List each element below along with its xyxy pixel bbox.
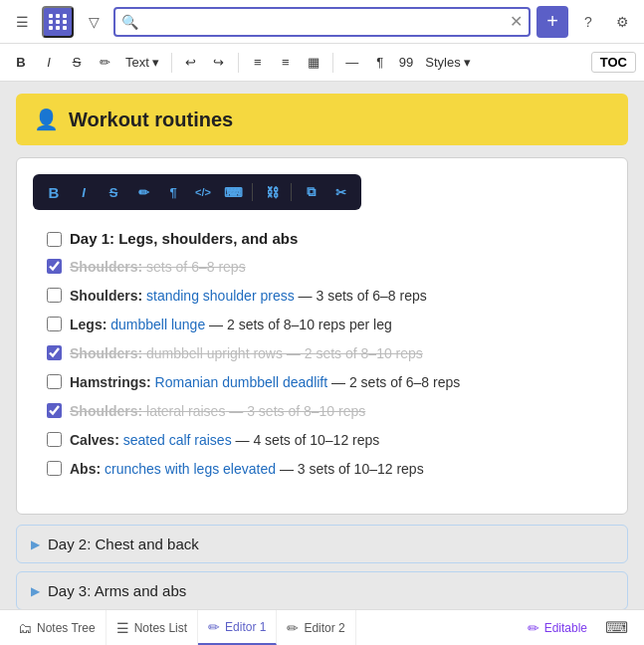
help-icon: ? xyxy=(584,14,592,30)
bullet-list-button[interactable]: ≡ xyxy=(245,50,271,76)
workout-routines-title: Workout routines xyxy=(69,108,233,131)
task-link-5[interactable]: Romanian dumbbell deadlift xyxy=(155,374,328,390)
separator-2 xyxy=(238,53,239,73)
paragraph-button[interactable]: ¶ xyxy=(367,50,393,76)
italic-button[interactable]: I xyxy=(36,50,62,76)
content-area: 👤 Workout routines B I S ✏ ¶ </> ⌨ ⛓ ⧉ ✂… xyxy=(0,82,644,609)
task-link-2[interactable]: standing shoulder press xyxy=(146,288,295,304)
editable-tab[interactable]: ✏ Editable xyxy=(518,610,597,645)
task-checkbox-5[interactable] xyxy=(47,374,62,389)
task-link-6[interactable]: lateral raises xyxy=(146,403,225,419)
text-style-arrow: ▾ xyxy=(152,55,159,70)
redo-button[interactable]: ↪ xyxy=(206,50,232,76)
mini-paragraph-button[interactable]: ¶ xyxy=(160,179,186,205)
styles-label: Styles xyxy=(425,55,460,70)
mini-link-button[interactable]: ⛓ xyxy=(259,179,285,205)
editor2-tab[interactable]: ✏ Editor 2 xyxy=(277,610,355,645)
day1-header[interactable]: Day 1: Legs, shoulders, and abs xyxy=(33,220,611,251)
line-count: 99 xyxy=(395,55,417,70)
editor2-label: Editor 2 xyxy=(304,621,344,635)
task-item: Hamstrings: Romanian dumbbell deadlift —… xyxy=(47,372,597,393)
keyboard-icon: ⌨ xyxy=(605,618,628,637)
task-checkbox-3[interactable] xyxy=(47,317,62,331)
task-label-1: Shoulders: xyxy=(70,259,142,275)
settings-icon: ⚙ xyxy=(616,14,629,30)
menu-button[interactable]: ☰ xyxy=(8,8,36,36)
task-link-3[interactable]: dumbbell lunge xyxy=(110,317,205,332)
top-toolbar: ☰ ▽ 🔍 workout ✕ + ? ⚙ xyxy=(0,0,644,44)
task-list: Shoulders: sets of 6–8 reps Shoulders: s… xyxy=(33,251,611,498)
menu-icon: ☰ xyxy=(16,14,29,30)
text-style-dropdown[interactable]: Text ▾ xyxy=(119,53,165,72)
mini-separator-1 xyxy=(252,183,253,201)
task-item: Calves: seated calf raises — 4 sets of 1… xyxy=(47,430,597,451)
day3-title: Day 3: Arms and abs xyxy=(48,582,186,599)
mini-pen-button[interactable]: ✏ xyxy=(130,179,156,205)
editable-label: Editable xyxy=(544,621,587,635)
task-link-4[interactable]: dumbbell upright rows xyxy=(146,345,283,361)
notes-list-tab[interactable]: ☰ Notes List xyxy=(107,610,198,645)
text-style-label: Text xyxy=(125,55,149,70)
task-item: Legs: dumbbell lunge — 2 sets of 8–10 re… xyxy=(47,315,597,335)
search-close-icon[interactable]: ✕ xyxy=(510,12,523,31)
undo-button[interactable]: ↩ xyxy=(178,50,204,76)
task-link-7[interactable]: seated calf raises xyxy=(123,432,232,448)
day1-checkbox[interactable] xyxy=(47,232,62,247)
table-button[interactable]: ▦ xyxy=(301,50,326,76)
format-toolbar: B I S ✏ Text ▾ ↩ ↪ ≡ ≡ ▦ — ¶ 99 Styles ▾… xyxy=(0,44,644,82)
add-button[interactable]: + xyxy=(537,6,568,38)
day1-card: B I S ✏ ¶ </> ⌨ ⛓ ⧉ ✂ Day 1: Legs, shoul… xyxy=(16,157,628,515)
grid-icon xyxy=(49,14,68,30)
task-checkbox-6[interactable] xyxy=(47,403,62,418)
styles-dropdown[interactable]: Styles ▾ xyxy=(419,53,476,72)
pen-button[interactable]: ✏ xyxy=(92,50,117,76)
toc-button[interactable]: TOC xyxy=(591,52,636,73)
editor1-label: Editor 1 xyxy=(225,620,266,634)
task-checkbox-4[interactable] xyxy=(47,345,62,360)
mini-italic-button[interactable]: I xyxy=(71,179,97,205)
strikethrough-button[interactable]: S xyxy=(64,50,90,76)
filter-button[interactable]: ▽ xyxy=(80,8,107,36)
dash-button[interactable]: — xyxy=(339,50,365,76)
editor1-tab[interactable]: ✏ Editor 1 xyxy=(198,610,277,645)
search-input[interactable]: workout xyxy=(142,14,510,30)
person-icon: 👤 xyxy=(34,108,59,131)
notes-tree-tab[interactable]: 🗂 Notes Tree xyxy=(8,610,107,645)
day2-title: Day 2: Chest and back xyxy=(48,536,199,552)
mini-bold-button[interactable]: B xyxy=(41,179,67,205)
task-label-4: Shoulders: xyxy=(70,345,142,361)
task-label-5: Hamstrings: xyxy=(70,374,151,390)
task-item: Shoulders: lateral raises — 3 sets of 8–… xyxy=(47,401,597,422)
mini-scissors-button[interactable]: ✂ xyxy=(327,179,353,205)
keyboard-button[interactable]: ⌨ xyxy=(597,610,636,645)
task-checkbox-2[interactable] xyxy=(47,288,62,303)
task-checkbox-1[interactable] xyxy=(47,259,62,274)
workout-routines-header: 👤 Workout routines xyxy=(16,94,628,145)
editable-icon: ✏ xyxy=(528,620,539,636)
task-link-8[interactable]: crunches with legs elevated xyxy=(105,461,276,477)
mini-copy-button[interactable]: ⧉ xyxy=(298,179,323,205)
task-checkbox-7[interactable] xyxy=(47,432,62,447)
mini-strikethrough-button[interactable]: S xyxy=(101,179,126,205)
help-button[interactable]: ? xyxy=(574,8,602,36)
day2-header[interactable]: ▶ Day 2: Chest and back xyxy=(17,526,627,562)
mini-keyboard-button[interactable]: ⌨ xyxy=(220,179,246,205)
grid-view-button[interactable] xyxy=(42,6,74,38)
numbered-list-button[interactable]: ≡ xyxy=(273,50,299,76)
task-checkbox-8[interactable] xyxy=(47,461,62,476)
bold-button[interactable]: B xyxy=(8,50,34,76)
notes-tree-icon: 🗂 xyxy=(18,620,32,636)
editor1-icon: ✏ xyxy=(208,619,220,635)
bottom-bar: 🗂 Notes Tree ☰ Notes List ✏ Editor 1 ✏ E… xyxy=(0,609,644,645)
task-label-3: Legs: xyxy=(70,317,107,332)
mini-code-button[interactable]: </> xyxy=(190,179,216,205)
task-label-2: Shoulders: xyxy=(70,288,142,304)
task-item: Abs: crunches with legs elevated — 3 set… xyxy=(47,459,597,480)
separator-1 xyxy=(171,53,172,73)
search-bar: 🔍 workout ✕ xyxy=(113,7,531,37)
day3-header[interactable]: ▶ Day 3: Arms and abs xyxy=(17,572,627,609)
task-label-7: Calves: xyxy=(70,432,119,448)
day2-card: ▶ Day 2: Chest and back xyxy=(16,525,628,563)
settings-button[interactable]: ⚙ xyxy=(608,8,636,36)
editor2-icon: ✏ xyxy=(287,620,299,636)
